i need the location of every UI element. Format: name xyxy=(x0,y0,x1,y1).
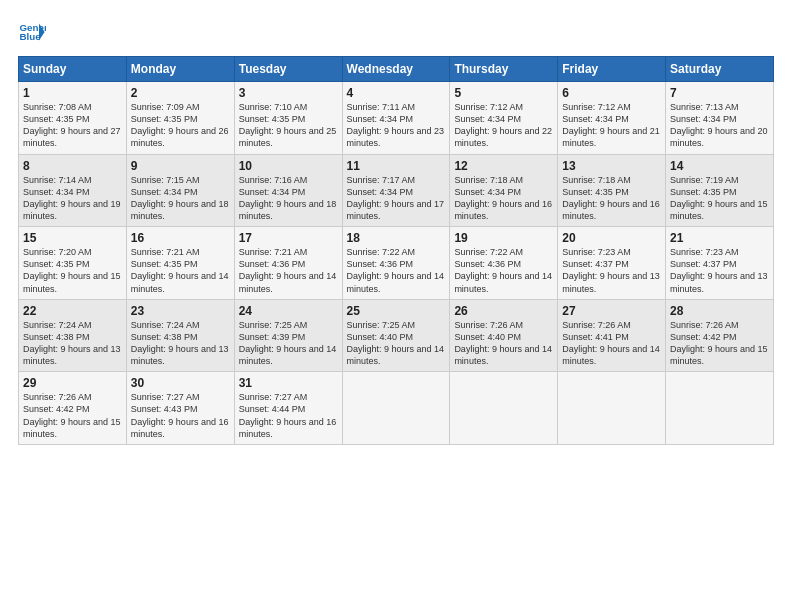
col-header-tuesday: Tuesday xyxy=(234,57,342,82)
day-number: 16 xyxy=(131,231,230,245)
day-cell: 9Sunrise: 7:15 AMSunset: 4:34 PMDaylight… xyxy=(126,154,234,227)
day-number: 27 xyxy=(562,304,661,318)
day-info: Sunrise: 7:25 AMSunset: 4:39 PMDaylight:… xyxy=(239,320,337,366)
day-number: 28 xyxy=(670,304,769,318)
day-info: Sunrise: 7:26 AMSunset: 4:40 PMDaylight:… xyxy=(454,320,552,366)
day-number: 20 xyxy=(562,231,661,245)
day-info: Sunrise: 7:08 AMSunset: 4:35 PMDaylight:… xyxy=(23,102,121,148)
day-info: Sunrise: 7:15 AMSunset: 4:34 PMDaylight:… xyxy=(131,175,229,221)
col-header-sunday: Sunday xyxy=(19,57,127,82)
day-cell xyxy=(450,372,558,445)
day-number: 22 xyxy=(23,304,122,318)
day-info: Sunrise: 7:09 AMSunset: 4:35 PMDaylight:… xyxy=(131,102,229,148)
col-header-monday: Monday xyxy=(126,57,234,82)
day-info: Sunrise: 7:13 AMSunset: 4:34 PMDaylight:… xyxy=(670,102,768,148)
day-info: Sunrise: 7:26 AMSunset: 4:41 PMDaylight:… xyxy=(562,320,660,366)
day-cell: 30Sunrise: 7:27 AMSunset: 4:43 PMDayligh… xyxy=(126,372,234,445)
day-info: Sunrise: 7:22 AMSunset: 4:36 PMDaylight:… xyxy=(347,247,445,293)
day-number: 29 xyxy=(23,376,122,390)
day-cell: 19Sunrise: 7:22 AMSunset: 4:36 PMDayligh… xyxy=(450,227,558,300)
day-cell: 20Sunrise: 7:23 AMSunset: 4:37 PMDayligh… xyxy=(558,227,666,300)
col-header-wednesday: Wednesday xyxy=(342,57,450,82)
day-cell: 5Sunrise: 7:12 AMSunset: 4:34 PMDaylight… xyxy=(450,82,558,155)
day-number: 4 xyxy=(347,86,446,100)
day-number: 25 xyxy=(347,304,446,318)
day-info: Sunrise: 7:17 AMSunset: 4:34 PMDaylight:… xyxy=(347,175,445,221)
day-cell: 26Sunrise: 7:26 AMSunset: 4:40 PMDayligh… xyxy=(450,299,558,372)
day-info: Sunrise: 7:25 AMSunset: 4:40 PMDaylight:… xyxy=(347,320,445,366)
day-info: Sunrise: 7:14 AMSunset: 4:34 PMDaylight:… xyxy=(23,175,121,221)
day-number: 15 xyxy=(23,231,122,245)
day-info: Sunrise: 7:19 AMSunset: 4:35 PMDaylight:… xyxy=(670,175,768,221)
day-cell: 31Sunrise: 7:27 AMSunset: 4:44 PMDayligh… xyxy=(234,372,342,445)
day-cell: 8Sunrise: 7:14 AMSunset: 4:34 PMDaylight… xyxy=(19,154,127,227)
day-cell: 6Sunrise: 7:12 AMSunset: 4:34 PMDaylight… xyxy=(558,82,666,155)
day-info: Sunrise: 7:27 AMSunset: 4:44 PMDaylight:… xyxy=(239,392,337,438)
col-header-saturday: Saturday xyxy=(666,57,774,82)
week-row-5: 29Sunrise: 7:26 AMSunset: 4:42 PMDayligh… xyxy=(19,372,774,445)
day-info: Sunrise: 7:23 AMSunset: 4:37 PMDaylight:… xyxy=(670,247,768,293)
day-number: 2 xyxy=(131,86,230,100)
day-info: Sunrise: 7:27 AMSunset: 4:43 PMDaylight:… xyxy=(131,392,229,438)
day-cell: 13Sunrise: 7:18 AMSunset: 4:35 PMDayligh… xyxy=(558,154,666,227)
day-info: Sunrise: 7:26 AMSunset: 4:42 PMDaylight:… xyxy=(23,392,121,438)
day-cell: 25Sunrise: 7:25 AMSunset: 4:40 PMDayligh… xyxy=(342,299,450,372)
day-number: 31 xyxy=(239,376,338,390)
day-cell: 15Sunrise: 7:20 AMSunset: 4:35 PMDayligh… xyxy=(19,227,127,300)
week-row-2: 8Sunrise: 7:14 AMSunset: 4:34 PMDaylight… xyxy=(19,154,774,227)
day-info: Sunrise: 7:26 AMSunset: 4:42 PMDaylight:… xyxy=(670,320,768,366)
day-cell: 22Sunrise: 7:24 AMSunset: 4:38 PMDayligh… xyxy=(19,299,127,372)
day-number: 12 xyxy=(454,159,553,173)
day-number: 17 xyxy=(239,231,338,245)
week-row-1: 1Sunrise: 7:08 AMSunset: 4:35 PMDaylight… xyxy=(19,82,774,155)
day-info: Sunrise: 7:24 AMSunset: 4:38 PMDaylight:… xyxy=(131,320,229,366)
day-cell: 29Sunrise: 7:26 AMSunset: 4:42 PMDayligh… xyxy=(19,372,127,445)
day-number: 24 xyxy=(239,304,338,318)
day-number: 1 xyxy=(23,86,122,100)
day-info: Sunrise: 7:22 AMSunset: 4:36 PMDaylight:… xyxy=(454,247,552,293)
day-info: Sunrise: 7:12 AMSunset: 4:34 PMDaylight:… xyxy=(454,102,552,148)
day-info: Sunrise: 7:10 AMSunset: 4:35 PMDaylight:… xyxy=(239,102,337,148)
day-number: 5 xyxy=(454,86,553,100)
day-number: 26 xyxy=(454,304,553,318)
day-info: Sunrise: 7:24 AMSunset: 4:38 PMDaylight:… xyxy=(23,320,121,366)
day-cell: 7Sunrise: 7:13 AMSunset: 4:34 PMDaylight… xyxy=(666,82,774,155)
svg-text:Blue: Blue xyxy=(19,31,41,42)
week-row-3: 15Sunrise: 7:20 AMSunset: 4:35 PMDayligh… xyxy=(19,227,774,300)
day-number: 23 xyxy=(131,304,230,318)
day-number: 7 xyxy=(670,86,769,100)
day-cell xyxy=(558,372,666,445)
day-cell: 18Sunrise: 7:22 AMSunset: 4:36 PMDayligh… xyxy=(342,227,450,300)
day-cell: 1Sunrise: 7:08 AMSunset: 4:35 PMDaylight… xyxy=(19,82,127,155)
day-number: 3 xyxy=(239,86,338,100)
day-number: 11 xyxy=(347,159,446,173)
day-number: 21 xyxy=(670,231,769,245)
day-number: 6 xyxy=(562,86,661,100)
day-cell: 4Sunrise: 7:11 AMSunset: 4:34 PMDaylight… xyxy=(342,82,450,155)
day-number: 8 xyxy=(23,159,122,173)
week-row-4: 22Sunrise: 7:24 AMSunset: 4:38 PMDayligh… xyxy=(19,299,774,372)
day-number: 19 xyxy=(454,231,553,245)
day-info: Sunrise: 7:11 AMSunset: 4:34 PMDaylight:… xyxy=(347,102,445,148)
day-info: Sunrise: 7:18 AMSunset: 4:35 PMDaylight:… xyxy=(562,175,660,221)
page: General Blue SundayMondayTuesdayWednesda… xyxy=(0,0,792,612)
day-number: 9 xyxy=(131,159,230,173)
day-info: Sunrise: 7:12 AMSunset: 4:34 PMDaylight:… xyxy=(562,102,660,148)
day-number: 10 xyxy=(239,159,338,173)
day-cell xyxy=(342,372,450,445)
day-cell: 11Sunrise: 7:17 AMSunset: 4:34 PMDayligh… xyxy=(342,154,450,227)
header-row: SundayMondayTuesdayWednesdayThursdayFrid… xyxy=(19,57,774,82)
calendar-table: SundayMondayTuesdayWednesdayThursdayFrid… xyxy=(18,56,774,445)
day-info: Sunrise: 7:16 AMSunset: 4:34 PMDaylight:… xyxy=(239,175,337,221)
col-header-friday: Friday xyxy=(558,57,666,82)
day-cell: 28Sunrise: 7:26 AMSunset: 4:42 PMDayligh… xyxy=(666,299,774,372)
day-number: 18 xyxy=(347,231,446,245)
day-info: Sunrise: 7:23 AMSunset: 4:37 PMDaylight:… xyxy=(562,247,660,293)
day-number: 14 xyxy=(670,159,769,173)
logo-icon: General Blue xyxy=(18,18,46,46)
day-cell: 27Sunrise: 7:26 AMSunset: 4:41 PMDayligh… xyxy=(558,299,666,372)
day-cell: 12Sunrise: 7:18 AMSunset: 4:34 PMDayligh… xyxy=(450,154,558,227)
day-cell: 3Sunrise: 7:10 AMSunset: 4:35 PMDaylight… xyxy=(234,82,342,155)
day-cell xyxy=(666,372,774,445)
day-info: Sunrise: 7:20 AMSunset: 4:35 PMDaylight:… xyxy=(23,247,121,293)
